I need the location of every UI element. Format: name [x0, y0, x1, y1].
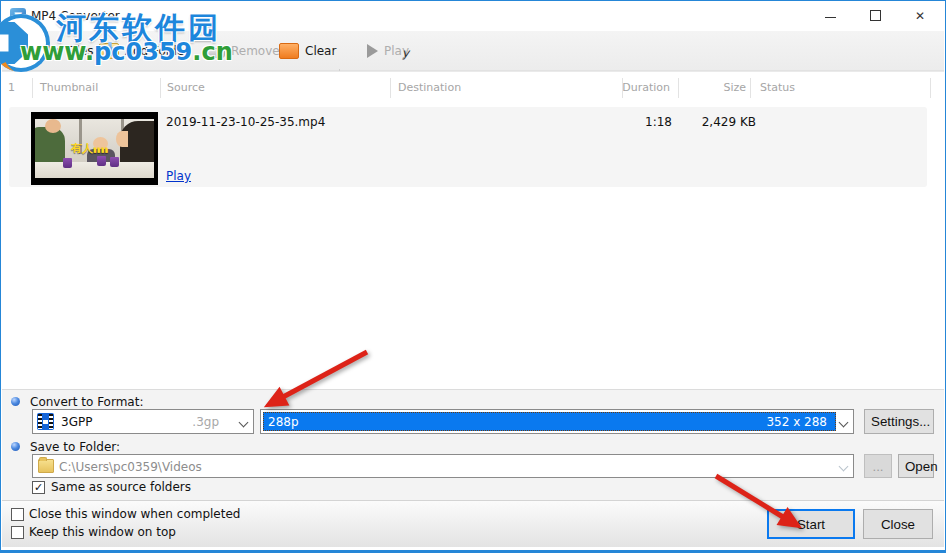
film-icon: [37, 413, 54, 430]
remove-button[interactable]: Remove: [205, 41, 280, 61]
preset-selection: 288p 352 x 288: [263, 412, 836, 431]
clear-icon: [279, 43, 299, 59]
close-window-button[interactable]: ✕: [903, 5, 937, 27]
video-thumbnail-scene: 有人▮▮▮▮: [35, 119, 154, 178]
play-label: Play: [384, 44, 409, 58]
save-folder-label: Save to Folder:: [30, 440, 120, 454]
bullet-icon: [11, 442, 20, 451]
add-files-label: Add Files: [40, 44, 93, 58]
thumbnail-caption: 有人▮▮▮▮: [71, 141, 108, 156]
app-icon: ▼: [10, 8, 26, 24]
folder-icon: [38, 459, 54, 473]
open-folder-button[interactable]: Open: [898, 454, 934, 478]
table-header: 1 Thumbnail Source Destination Duration …: [2, 71, 944, 104]
play-link[interactable]: Play: [166, 169, 191, 183]
bullet-icon: [11, 397, 20, 406]
clear-label: Clear: [305, 44, 336, 58]
column-separator: [930, 78, 931, 98]
column-separator: [622, 78, 623, 98]
column-separator: [750, 78, 751, 98]
remove-icon: [205, 48, 225, 58]
video-thumbnail: 有人▮▮▮▮: [31, 112, 158, 185]
chevron-down-icon: [839, 462, 849, 472]
title-bar: ▼ MP4 Converter ✕: [1, 1, 945, 31]
footer-bar: Close this window when completed Keep th…: [2, 500, 944, 547]
start-button[interactable]: Start: [767, 509, 855, 539]
options-panel: Convert to Format: 3GPP .3gp 288p 352 x …: [2, 389, 944, 506]
remove-label: Remove: [231, 44, 280, 58]
folder-path: C:\Users\pc0359\Videos: [59, 460, 202, 474]
minimize-button[interactable]: [813, 5, 847, 27]
column-separator: [390, 78, 391, 98]
play-icon: [367, 44, 378, 58]
play-button[interactable]: Play: [367, 41, 409, 61]
add-folder-label: Add Folder: [125, 44, 189, 58]
col-thumbnail[interactable]: Thumbnail: [40, 81, 98, 94]
col-status[interactable]: Status: [760, 81, 795, 94]
format-extension: .3gp: [192, 415, 219, 429]
clear-button[interactable]: Clear: [279, 41, 336, 61]
close-when-completed-label: Close this window when completed: [29, 507, 240, 521]
table-row[interactable]: 有人▮▮▮▮ 2019-11-23-10-25-35.mp4 Play 1:18…: [9, 107, 927, 187]
format-combobox[interactable]: 3GPP .3gp: [32, 409, 254, 434]
mp4-converter-window: ▼ MP4 Converter ✕ Add Files Add Folder R…: [0, 0, 946, 553]
folder-combobox[interactable]: C:\Users\pc0359\Videos: [32, 454, 854, 478]
close-icon: ✕: [915, 9, 925, 23]
preset-resolution: 352 x 288: [766, 415, 827, 429]
column-separator: [32, 78, 33, 98]
col-size[interactable]: Size: [686, 81, 746, 94]
preset-combobox[interactable]: 288p 352 x 288: [260, 409, 854, 434]
maximize-button[interactable]: [858, 5, 892, 27]
source-filename: 2019-11-23-10-25-35.mp4: [166, 115, 325, 129]
preset-name: 288p: [268, 415, 299, 429]
same-as-source-label: Same as source folders: [51, 480, 191, 494]
column-separator: [678, 78, 679, 98]
add-files-button[interactable]: Add Files: [14, 41, 93, 61]
col-source[interactable]: Source: [167, 81, 205, 94]
chevron-down-icon: [839, 418, 849, 428]
keep-on-top-checkbox[interactable]: [11, 526, 24, 539]
keep-on-top-label: Keep this window on top: [29, 525, 176, 539]
toolbar: Add Files Add Folder Remove Clear Play O…: [2, 31, 944, 71]
window-title: MP4 Converter: [31, 9, 120, 23]
screenshot-stage: ▼ MP4 Converter ✕ Add Files Add Folder R…: [0, 0, 946, 553]
header-top-border: [2, 71, 944, 72]
close-when-completed-checkbox[interactable]: [11, 508, 24, 521]
size-cell: 2,429 KB: [659, 115, 756, 129]
browse-button[interactable]: ...: [864, 454, 892, 478]
add-files-icon: [14, 43, 34, 59]
col-duration[interactable]: Duration: [600, 81, 670, 94]
minimize-icon: [825, 17, 836, 18]
settings-button[interactable]: Settings...: [864, 409, 934, 434]
chevron-down-icon: [239, 418, 249, 428]
add-folder-button[interactable]: Add Folder: [99, 41, 189, 61]
file-list: 有人▮▮▮▮ 2019-11-23-10-25-35.mp4 Play 1:18…: [2, 104, 944, 385]
same-as-source-checkbox[interactable]: ✓: [32, 481, 45, 494]
convert-format-label: Convert to Format:: [30, 395, 143, 409]
column-separator: [160, 78, 161, 98]
col-number[interactable]: 1: [8, 81, 15, 94]
close-button[interactable]: Close: [863, 509, 933, 539]
format-name: 3GPP: [61, 415, 92, 429]
add-folder-icon: [99, 43, 119, 59]
col-destination[interactable]: Destination: [398, 81, 461, 94]
maximize-icon: [870, 10, 881, 21]
